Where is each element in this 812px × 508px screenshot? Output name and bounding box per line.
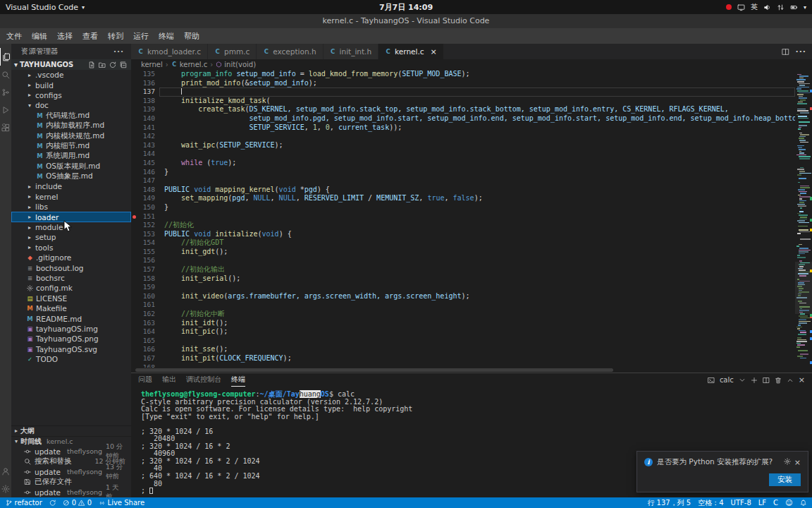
code-line[interactable]: 154 //初始化GDT (131, 238, 795, 248)
new-terminal-icon[interactable] (751, 377, 758, 384)
activity-source-control[interactable] (0, 83, 11, 101)
code-line[interactable]: 135 program_info setup_mod_info = load_k… (131, 70, 795, 79)
code-line[interactable]: 148PUBLIC void mapping_kernel(void *pgd)… (131, 186, 795, 195)
tree-item[interactable]: ▾doc (11, 100, 131, 110)
minimap[interactable] (795, 70, 812, 368)
outline-section-header[interactable]: ▸ 大纲 (11, 425, 131, 436)
tree-item[interactable]: ▸kernel (11, 192, 131, 202)
tree-item[interactable]: MREADME.md (11, 313, 131, 323)
tree-item[interactable]: ▸build (11, 80, 131, 90)
editor-more-actions-icon[interactable]: ··· (795, 47, 806, 56)
activity-search[interactable] (0, 66, 11, 83)
tree-item[interactable]: ✓TODO (11, 354, 131, 364)
feedback-smiley-icon[interactable]: ☺ (785, 499, 792, 507)
tree-item[interactable]: ▸.vscode (11, 70, 131, 80)
panel-tab[interactable]: 调试控制台 (186, 373, 221, 387)
tree-item[interactable]: M代码规范.md (11, 111, 131, 121)
horizontal-scrollbar[interactable] (131, 368, 795, 373)
code-line[interactable]: 138 initialize_kmod_task( (131, 97, 795, 106)
volume-icon[interactable] (763, 4, 771, 11)
tree-item[interactable]: ▸setup (11, 232, 131, 242)
code-line[interactable]: 158 init_serial(); (131, 274, 795, 284)
code-line[interactable]: 140 setup_mod_info.pgd, setup_mod_info.s… (131, 114, 795, 123)
split-editor-icon[interactable] (782, 48, 789, 56)
timeline-item[interactable]: updatetheflysong13 分钟前 (11, 467, 131, 478)
code-line[interactable]: 149 set_mapping(pgd, NULL, NULL, RESERVE… (131, 194, 795, 203)
live-share-status[interactable]: Live Share (99, 499, 144, 507)
system-clock[interactable]: 7月7日 14:09 (379, 2, 433, 13)
tree-item[interactable]: ≡bochsrc (11, 273, 131, 283)
editor-tab[interactable]: Cpmm.c (208, 44, 257, 59)
activity-explorer[interactable] (0, 48, 11, 66)
sync-status[interactable] (49, 500, 56, 507)
indentation-status[interactable]: 空格：4 (698, 498, 723, 508)
tree-item[interactable]: ▤LICENSE (11, 294, 131, 303)
notification-close-icon[interactable]: × (794, 458, 801, 467)
tree-item[interactable]: ▸include (11, 181, 131, 191)
input-method-indicator[interactable]: 英 (751, 2, 758, 12)
menubar-item[interactable]: 文件 (1, 31, 27, 42)
code-line[interactable]: 162 //初始化中断 (131, 310, 795, 319)
eol-status[interactable]: LF (758, 499, 766, 507)
code-line[interactable]: 163 init_idt(); (131, 319, 795, 328)
refresh-explorer-icon[interactable] (109, 61, 116, 68)
code-line[interactable]: 150} (131, 203, 795, 212)
code-line[interactable]: 155 init_gdt(); (131, 248, 795, 257)
language-mode-status[interactable]: C (773, 499, 778, 507)
tree-item[interactable]: ▸configs (11, 90, 131, 100)
code-line[interactable]: 165 (131, 337, 795, 346)
code-editor[interactable]: 135 program_info setup_mod_info = load_k… (131, 70, 812, 373)
breadcrumb-item[interactable]: init(void) (216, 61, 256, 68)
timeline-item[interactable]: updatetheflysong10 分钟前 (11, 447, 131, 457)
tree-item[interactable]: config.mk (11, 283, 131, 293)
code-line[interactable]: 152//初始化 (131, 221, 795, 230)
new-folder-icon[interactable] (99, 61, 106, 68)
code-line[interactable]: 164 init_pic(); (131, 327, 795, 337)
tree-item[interactable]: ▸libs (11, 202, 131, 212)
code-line[interactable]: 159 (131, 283, 795, 292)
problems-status[interactable]: 0 0 (63, 499, 92, 507)
new-file-icon[interactable] (88, 61, 95, 68)
editor-tab[interactable]: Ckmod_loader.c (131, 44, 208, 59)
code-line[interactable]: 146} (131, 168, 795, 177)
tree-item[interactable]: ▣TayhuangOS.png (11, 334, 131, 344)
screen-share-icon[interactable] (737, 4, 745, 11)
tree-item[interactable]: ▸module (11, 222, 131, 232)
terminal-dropdown-icon[interactable] (739, 377, 746, 384)
code-line[interactable]: 160 init_video(args.framebuffer, args.sc… (131, 292, 795, 301)
code-line[interactable]: 139 create_task(DS_KERNEL, setup_mod_inf… (131, 105, 795, 114)
code-line[interactable]: 141 SETUP_SERVICE, 1, 0, current_task)); (131, 123, 795, 133)
terminal-instance-label[interactable]: calc (720, 376, 734, 384)
split-terminal-icon[interactable] (763, 377, 770, 384)
menubar-item[interactable]: 帮助 (179, 31, 204, 42)
network-icon[interactable] (777, 4, 785, 11)
maximize-panel-icon[interactable] (787, 377, 794, 384)
breadcrumb-item[interactable]: kernel (141, 61, 163, 68)
system-menu-chevron-icon[interactable]: ▾ (804, 4, 806, 11)
menubar-item[interactable]: 运行 (128, 31, 154, 42)
collapse-folders-icon[interactable] (120, 61, 127, 68)
code-line[interactable]: 142 (131, 132, 795, 141)
activity-extensions[interactable] (0, 119, 11, 136)
tree-item[interactable]: ◆.gitignore (11, 253, 131, 262)
code-line[interactable]: 136 print_mod_info(&setup_mod_info); (131, 79, 795, 88)
activity-run-debug[interactable] (0, 101, 11, 119)
close-panel-icon[interactable]: × (799, 375, 805, 385)
tree-item[interactable]: M系统调用.md (11, 151, 131, 161)
editor-tab[interactable]: Cexception.h (257, 44, 323, 59)
project-root-row[interactable]: ▾ TAYHUANGOS (11, 59, 131, 70)
panel-tab[interactable]: 输出 (162, 373, 176, 387)
menubar-item[interactable]: 转到 (103, 31, 128, 42)
menubar-item[interactable]: 选择 (52, 31, 78, 42)
battery-icon[interactable] (790, 4, 798, 11)
menubar-item[interactable]: 查看 (78, 31, 103, 42)
tree-item[interactable]: MOS版本规则.md (11, 162, 131, 171)
editor-tab[interactable]: Ckernel.c× (379, 44, 444, 59)
kill-terminal-icon[interactable] (775, 377, 782, 384)
code-line[interactable]: 166 init_sse(); (131, 345, 795, 354)
panel-tab[interactable]: 问题 (138, 373, 152, 387)
close-tab-icon[interactable]: × (431, 47, 437, 56)
install-button[interactable]: 安装 (769, 473, 801, 486)
tree-item[interactable]: M内核细节.md (11, 141, 131, 151)
tree-item[interactable]: ▣tayhuangOS.img (11, 324, 131, 334)
